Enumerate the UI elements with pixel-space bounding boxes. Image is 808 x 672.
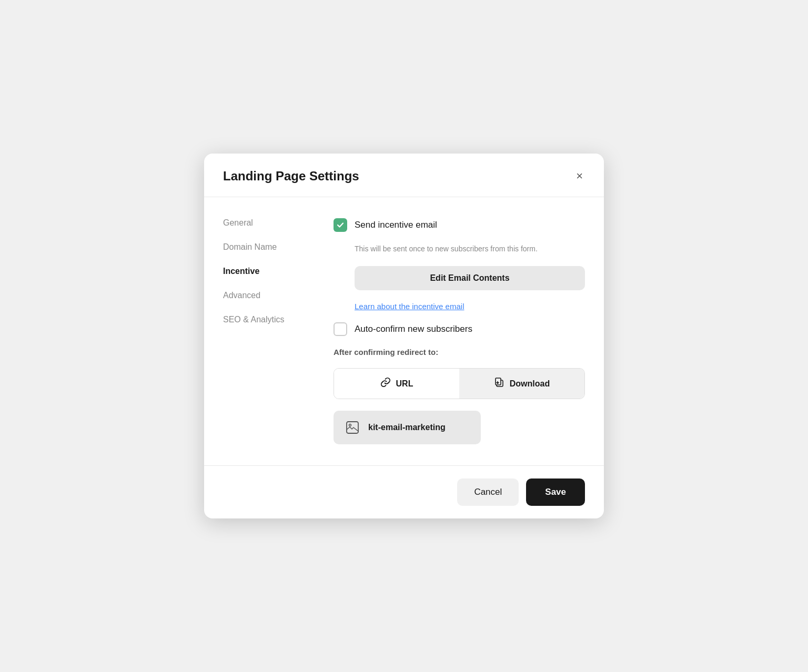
send-incentive-checkbox[interactable] <box>334 218 347 232</box>
url-option-label: URL <box>396 379 413 389</box>
download-option-label: Download <box>510 379 550 389</box>
send-incentive-label: Send incentive email <box>355 220 437 230</box>
auto-confirm-label: Auto-confirm new subscribers <box>355 324 472 334</box>
svg-rect-1 <box>347 422 358 433</box>
svg-rect-0 <box>496 378 501 385</box>
file-name-label: kit-email-marketing <box>368 423 446 432</box>
file-image-icon <box>344 419 361 436</box>
cancel-button[interactable]: Cancel <box>457 478 519 506</box>
link-icon <box>380 377 391 390</box>
close-button[interactable]: × <box>574 168 585 184</box>
save-button[interactable]: Save <box>526 478 585 506</box>
learn-about-incentive-link[interactable]: Learn about the incentive email <box>355 302 585 311</box>
modal-container: Landing Page Settings × General Domain N… <box>204 154 604 518</box>
auto-confirm-checkbox[interactable] <box>334 322 347 336</box>
redirect-toggle: URL Download <box>334 368 585 399</box>
download-option-button[interactable]: Download <box>459 369 584 399</box>
modal-body: General Domain Name Incentive Advanced S… <box>204 197 604 465</box>
sidebar-item-general[interactable]: General <box>223 218 302 228</box>
modal-footer: Cancel Save <box>204 465 604 518</box>
checkmark-icon <box>337 221 344 229</box>
auto-confirm-row: Auto-confirm new subscribers <box>334 322 585 336</box>
url-option-button[interactable]: URL <box>334 369 459 399</box>
sidebar: General Domain Name Incentive Advanced S… <box>223 218 302 444</box>
file-selector[interactable]: kit-email-marketing <box>334 411 481 444</box>
content-area: Send incentive email This will be sent o… <box>334 218 585 444</box>
sidebar-item-domain-name[interactable]: Domain Name <box>223 242 302 252</box>
close-icon: × <box>576 169 583 182</box>
sidebar-item-seo-analytics[interactable]: SEO & Analytics <box>223 315 302 324</box>
sidebar-item-advanced[interactable]: Advanced <box>223 291 302 300</box>
incentive-hint-text: This will be sent once to new subscriber… <box>355 243 585 254</box>
modal-title: Landing Page Settings <box>223 169 359 184</box>
send-incentive-row: Send incentive email <box>334 218 585 232</box>
edit-email-btn[interactable]: Edit Email Contents <box>355 266 585 290</box>
download-icon <box>494 377 504 390</box>
redirect-label: After confirming redirect to: <box>334 348 585 357</box>
svg-point-2 <box>349 424 351 426</box>
sidebar-item-incentive[interactable]: Incentive <box>223 267 302 276</box>
modal-header: Landing Page Settings × <box>204 154 604 197</box>
